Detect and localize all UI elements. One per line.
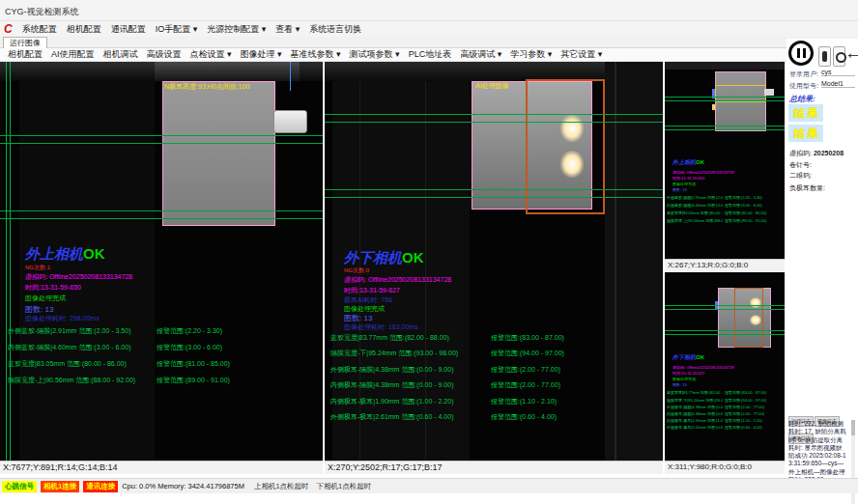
time-text: 时间:13-31-59-627 (672, 371, 704, 376)
scrollbar-thumb[interactable] (851, 420, 855, 435)
measure-line-h1 (0, 135, 323, 136)
alarm-range: 报警范围:(81.00 - 85.00) (725, 210, 781, 215)
camera-name-text: 外上相机 (25, 245, 83, 262)
camera-view-middle[interactable]: AI处理图像 外下相机OK NG次数:0 虚拟码: Offline2025020… (325, 62, 663, 461)
bright-spot-1 (750, 297, 761, 308)
elapsed-text: 图像处理耗时: 163.00ms (344, 322, 418, 332)
measurement-row: 外侧蓝胶-隔膜|2.91mm 范围:(2.00 - 3.50) (667, 195, 723, 200)
heartbeat-status-badge: 心跳信号 (2, 481, 37, 492)
measure-line-h2 (665, 100, 785, 101)
vcode-value: 20250208 (814, 150, 844, 156)
measure-line-h1 (665, 97, 785, 98)
bright-spot-1 (560, 115, 584, 142)
cpu-memory-text: Cpu: 0.0% Memory: 3424.41796875M (122, 482, 244, 490)
tool-spot-check[interactable]: 点检设置 ▾ (190, 48, 232, 61)
camera-status-text: OK (402, 249, 424, 266)
tool-image-processing[interactable]: 图像处理 ▾ (241, 48, 282, 61)
measure-line-h3 (325, 189, 663, 190)
measurement-row: 外侧极耳-隔膜|4.38mm 范围:(0.00 - 9.00) (330, 365, 453, 375)
measurement-row: 外侧极耳-极耳|2.61mm 范围:(0.60 - 4.00) (667, 425, 723, 430)
alarm-range: 报警范围:(94.00 - 97.00) (491, 349, 564, 358)
measurement-row: 蓝胶宽度|83.77mm 范围:(82.00 - 88.00) (330, 333, 449, 343)
tool-plc-address-table[interactable]: PLC地址表 (409, 48, 452, 61)
ng-count-text: NG次数:1 (25, 264, 50, 272)
tool-baseline-params[interactable]: 基准线参数 ▾ (291, 48, 341, 61)
camera-name-text: 外下相机 (344, 249, 402, 266)
alarm-range: 报警范围:(0.60 - 4.00) (725, 425, 781, 430)
tool-advanced-settings[interactable]: 高级设置 (147, 48, 182, 61)
virtual-code-text: 虚拟码: Offline20250208133134728 (672, 170, 734, 175)
tool-other-settings[interactable]: 其它设置 ▾ (560, 48, 602, 61)
tool-test-params[interactable]: 测试项参数 ▾ (350, 48, 400, 61)
elapsed-text: 图像处理耗时: 298.00ms (25, 314, 100, 323)
menu-item-view[interactable]: 查看 ▾ (275, 23, 300, 36)
camera-status-text: OK (83, 245, 105, 262)
frame-count-text: 图数: 13 (672, 187, 687, 192)
measurement-row: 内侧极耳-隔膜|4.38mm 范围:(0.00 - 9.00) (330, 380, 453, 390)
process-done-text: 图像处理完成 (672, 182, 696, 186)
alarm-range: 报警范围:(83.00 - 87.00) (725, 390, 781, 395)
handle-icon (822, 51, 827, 62)
menu-item-camera-config[interactable]: 相机配置 (67, 23, 101, 36)
total-result-label: 总结果: (789, 94, 815, 104)
measurement-row: 外侧极耳-隔膜|4.38mm 范围:(0.00 - 9.00) (667, 405, 723, 409)
pin-label: 卷针号: (789, 160, 812, 170)
measure-line-h1 (665, 305, 785, 306)
menu-item-system-config[interactable]: 系统配置 (22, 23, 57, 36)
measure-line-h4 (665, 129, 785, 130)
measurement-row: 内侧蓝胶-隔膜|4.60mm 范围:(3.00 - 6.00) (667, 203, 723, 208)
ng-count-text: NG次数:0 (344, 266, 369, 275)
measurement-row: 蓝胶宽度|83.05mm 范围:(80.00 - 86.00) (667, 210, 723, 215)
tab-run-image[interactable]: 运行图像 (3, 37, 47, 48)
camera-view-left[interactable]: N极耳高度:93;H0点间值:100 外上相机OK NG次数:1 虚拟码: Of… (0, 62, 323, 461)
camera-status-text: OK (696, 159, 704, 165)
ai-roi-rectangle (526, 79, 605, 214)
preview-view-top[interactable]: 外上相机OK 虚拟码: Offline20250208133134728 时间:… (665, 62, 785, 259)
measure-line-h3 (665, 330, 785, 331)
bright-spot-2 (560, 151, 584, 178)
camera-name-text: 外下相机 (672, 354, 696, 360)
camera1-link-status-badge: 相机1连接 (41, 481, 79, 492)
process-done-text: 图像处理完成 (25, 294, 66, 303)
measure-line-h3 (0, 210, 323, 211)
reference-line-v1 (6, 62, 7, 461)
measurement-row: 蓝胶宽度|83.77mm 范围:(82.00 - 88.00) (667, 390, 723, 395)
menu-item-light-config[interactable]: 光源控制配置 ▾ (207, 23, 266, 36)
menu-item-language-switch[interactable]: 系统语言切换 (309, 23, 361, 36)
virtual-code-text: 虚拟码: Offline20250208133134728 (25, 272, 132, 282)
neg-tab-count-label: 负极耳数量: (789, 183, 825, 193)
back-button[interactable]: ← (844, 41, 858, 66)
coord-bar-preview-top: X:267;Y:13;R:0;G:0;B:0 (665, 259, 785, 271)
alarm-range: 报警范围:(81.00 - 85.00) (157, 359, 230, 369)
window-titlebar: CYG-视觉检测系统 (0, 0, 858, 21)
image-top-highlight (155, 62, 300, 81)
tool-learning-params[interactable]: 学习参数 ▾ (510, 48, 552, 61)
window-title: CYG-视觉检测系统 (5, 6, 79, 18)
manual-trigger-button[interactable] (818, 46, 831, 67)
login-user-label: 登录用户: (789, 70, 818, 79)
tool-camera-config[interactable]: 相机配置 (8, 48, 43, 61)
coord-bar-preview-bottom: X:311;Y:980;R:0;G:0;B:0 (665, 461, 785, 474)
application-window: CYG-视觉检测系统 C 系统配置 相机配置 通讯配置 IO手配置 ▾ 光源控制… (0, 0, 858, 504)
tool-advanced-debug[interactable]: 高级调试 ▾ (460, 48, 501, 61)
menu-item-io-config[interactable]: IO手配置 ▾ (156, 23, 198, 36)
preview-view-bottom[interactable]: 外下相机OK 虚拟码: Offline20250208133134728 时间:… (665, 272, 785, 461)
app-logo-icon: C (4, 23, 13, 35)
tool-camera-debug[interactable]: 相机调试 (103, 48, 138, 61)
measurement-row: 隔膜宽度-上|90.56mm 范围:(88.00 - 92.00) (8, 376, 135, 385)
camera-result-title: 外下相机OK (672, 353, 704, 362)
measure-line-h4 (0, 218, 323, 219)
alarm-range: 报警范围:(2.20 - 3.30) (157, 326, 222, 336)
menu-item-comm-config[interactable]: 通讯配置 (111, 23, 146, 36)
pause-button[interactable] (788, 41, 814, 66)
coord-bar-middle: X:270;Y:2502;R:17;G:17;B:17 (325, 461, 663, 474)
measurement-row: 内侧蓝胶-隔膜|4.60mm 范围:(3.00 - 6.00) (8, 343, 130, 352)
alarm-range: 报警范围:(94.00 - 97.00) (725, 398, 781, 403)
alarm-range: 报警范围:(2.20 - 3.30) (725, 195, 781, 200)
pause-icon (797, 48, 800, 58)
measurement-row: 内侧极耳-极耳|1.90mm 范围:(1.00 - 2.20) (330, 397, 453, 406)
tool-ai-usage-config[interactable]: AI使用配置 (51, 48, 95, 61)
right-sidebar: ← 登录用户: cys 使用型号: Model1 总结果: 结 果 结 果 虚拟… (786, 39, 858, 478)
alarm-range: 报警范围:(89.00 - 91.00) (157, 376, 230, 385)
alarm-range: 报警范围:(2.00 - 77.00) (725, 411, 781, 416)
